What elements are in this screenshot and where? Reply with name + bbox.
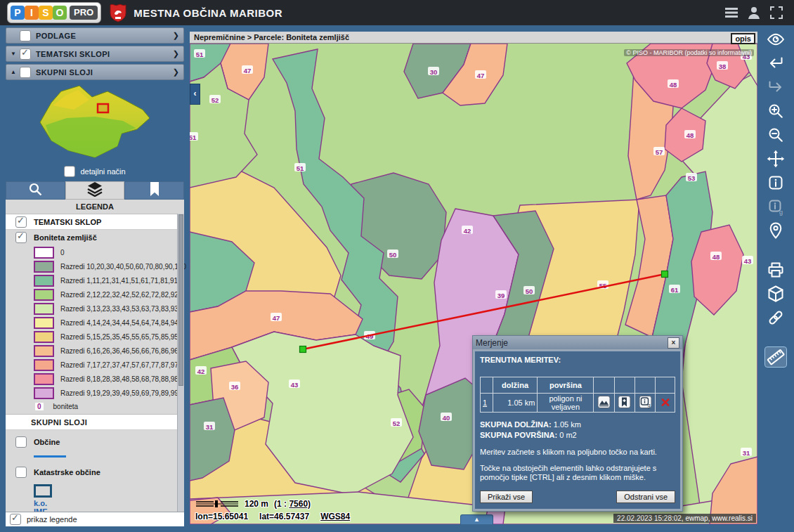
cube-icon[interactable]: [765, 284, 786, 304]
scale-bar: 120 m (1 : 7560): [195, 499, 311, 509]
link-icon[interactable]: [765, 308, 786, 327]
lon-value: lon=15.65041: [195, 512, 248, 521]
parcel-label: 40: [441, 413, 452, 422]
forward-icon: [765, 77, 786, 97]
remove-all-button[interactable]: Odstrani vse: [616, 491, 675, 503]
legend-scrollbar-thumb[interactable]: [178, 214, 183, 386]
zoom-in-icon[interactable]: [765, 101, 786, 121]
parcel-label: 30: [428, 67, 439, 76]
thematic-group-checkbox[interactable]: [15, 216, 27, 228]
menu-icon[interactable]: [724, 5, 739, 20]
back-icon[interactable]: [765, 53, 786, 73]
piso-logo-letters: PISO: [11, 6, 67, 20]
parcel-label: 36: [229, 382, 240, 391]
identify-icon[interactable]: [765, 173, 786, 193]
zoom-out-icon[interactable]: [765, 125, 786, 145]
legend-toggle-row[interactable]: prikaz legende: [6, 512, 184, 526]
parcel-label: 31: [204, 422, 215, 431]
show-legend-checkbox[interactable]: [10, 514, 21, 525]
bottom-panel-button[interactable]: ▲: [460, 514, 493, 524]
legend-swatch: [34, 387, 54, 399]
shared-layer-row[interactable]: Katastrske občine: [6, 465, 184, 480]
scale-ratio-link[interactable]: 7560: [289, 499, 308, 509]
shared-layer-label: Občine: [34, 438, 60, 446]
piso-logo[interactable]: PISO PRO: [7, 2, 101, 23]
print-icon[interactable]: [765, 260, 786, 280]
symbol-sublabel: k.o.: [34, 499, 184, 507]
accordion-checkbox[interactable]: [20, 48, 31, 60]
legend-swatch: [34, 275, 54, 287]
sidebar-collapse-button[interactable]: ‹: [190, 84, 200, 105]
locate-icon[interactable]: [765, 221, 786, 240]
search-tab[interactable]: [6, 181, 65, 200]
eye-icon[interactable]: [765, 30, 786, 49]
measure-hint-2: Točke na obstoječih elementih lahko odst…: [480, 464, 675, 482]
bookmark-add-icon[interactable]: [614, 394, 634, 413]
accordion-skupni-sloji[interactable]: ▲SKUPNI SLOJI❯: [6, 64, 184, 80]
accordion-podlage[interactable]: PODLAGE❯: [6, 27, 184, 44]
shared-layer-label: Katastrske občine: [34, 468, 100, 476]
measure-dialog-titlebar[interactable]: Merjenje ×: [473, 336, 682, 349]
parcel-label: 38: [717, 61, 728, 70]
measure-col-header: [634, 377, 655, 394]
measurement-vertex[interactable]: [662, 271, 668, 278]
info-group-icon[interactable]: g: [634, 394, 655, 413]
svg-text:42: 42: [464, 227, 471, 235]
delete-icon[interactable]: [656, 394, 675, 413]
parcel-label: 42: [195, 366, 207, 375]
accordion-checkbox[interactable]: [20, 67, 31, 78]
legend-item-label: Razredi 6,16,26,36,46,56,66,76,86,96: [60, 347, 178, 355]
rect-symbol: [34, 484, 52, 498]
opis-button[interactable]: opis: [731, 33, 755, 44]
legend-item: Razredi 7,17,27,37,47,57,67,77,87,97: [6, 358, 184, 372]
accordion-label: PODLAGE: [36, 32, 76, 40]
overview-extent-box[interactable]: [98, 104, 108, 112]
datum-link[interactable]: WGS84: [320, 512, 350, 521]
legend-item-label: Razredi 4,14,24,34,44,54,64,74,84,94: [60, 319, 178, 327]
shared-layer-checkbox[interactable]: [15, 467, 27, 478]
svg-text:g: g: [779, 209, 783, 216]
legend-item: Razredi 8,18,28,38,48,58,68,78,88,98: [6, 372, 184, 386]
shared-layer-row[interactable]: Občine: [6, 434, 184, 450]
legend-item: Razredi 2,12,22,32,42,52,62,72,82,92: [6, 287, 184, 301]
legend-title: LEGENDA: [6, 200, 184, 214]
legend-item-label: Razredi 7,17,27,37,47,57,67,77,87,97: [60, 361, 178, 369]
svg-text:57: 57: [656, 148, 663, 156]
app-title: MESTNA OBČINA MARIBOR: [134, 7, 282, 19]
measure-row-link[interactable]: 1: [483, 398, 487, 407]
map-copyright: © PISO - MARIBOR (podatki so informativn…: [624, 49, 754, 56]
measurement-vertex[interactable]: [300, 346, 306, 353]
accordion-label: TEMATSKI SKLOPI: [36, 50, 110, 58]
detail-mode-checkbox[interactable]: [64, 166, 75, 177]
logo-letter-P: P: [11, 6, 25, 20]
parcel-label: 50: [523, 286, 535, 295]
svg-text:48: 48: [712, 253, 720, 261]
legend-panel: LEGENDA TEMATSKI SKLOP Boniteta zemljišč…: [6, 200, 184, 517]
legend-swatch: [34, 345, 54, 357]
boniteta-layer-checkbox[interactable]: [15, 232, 27, 243]
layers-tab[interactable]: [65, 181, 125, 200]
measure-hint-1: Meritev začnete s klikom na poljubno toč…: [480, 448, 675, 457]
accordion-checkbox[interactable]: [20, 30, 31, 41]
map-viewport[interactable]: 5147525130474338484857535142503950556148…: [190, 44, 757, 524]
parcel-label: 51: [190, 132, 198, 141]
svg-text:39: 39: [497, 292, 505, 299]
legend-scrollbar[interactable]: [177, 214, 184, 517]
parcel-label: 47: [271, 313, 282, 322]
accordion-tematski-sklopi[interactable]: ▼TEMATSKI SKLOPI❯: [6, 46, 184, 62]
measure-icon[interactable]: [765, 347, 786, 367]
overview-map[interactable]: [25, 82, 165, 164]
legend-layer-row[interactable]: Boniteta zemljišč: [6, 230, 184, 245]
close-icon[interactable]: ×: [668, 337, 679, 349]
parcel-label: 51: [194, 49, 205, 58]
fullscreen-icon[interactable]: [769, 5, 784, 20]
profile-icon[interactable]: [594, 394, 614, 413]
show-all-button[interactable]: Prikaži vse: [480, 491, 533, 503]
measure-col-header: [656, 377, 675, 394]
pan-icon[interactable]: [765, 149, 786, 169]
bookmark-tab[interactable]: [124, 181, 184, 200]
legend-group-row[interactable]: TEMATSKI SKLOP: [6, 214, 184, 230]
line-symbol: [34, 455, 66, 458]
shared-layer-checkbox[interactable]: [15, 436, 27, 448]
user-icon[interactable]: [746, 5, 762, 20]
